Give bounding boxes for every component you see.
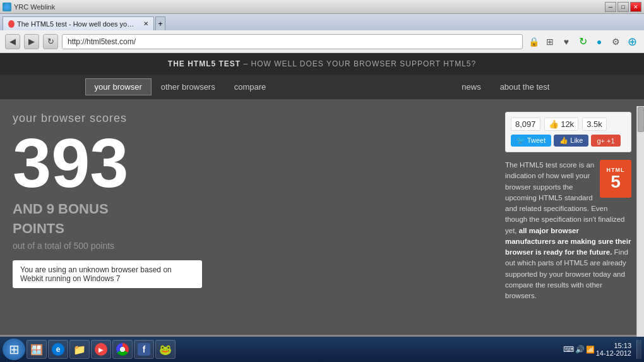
share-count: 8,097 xyxy=(511,118,540,131)
tab-close-button[interactable]: ✕ xyxy=(143,20,148,27)
like-count: 👍 12k xyxy=(544,118,579,131)
gplus-button[interactable]: g+ +1 xyxy=(591,135,620,147)
folder-icon: 📁 xyxy=(73,343,86,356)
lock-icon: 🔒 xyxy=(527,35,540,49)
nav-news[interactable]: news xyxy=(452,78,490,95)
site-nav: your browser other browsers compare news… xyxy=(0,75,644,99)
forward-button[interactable]: ▶ xyxy=(24,34,39,49)
keyboard-icon: ⌨ xyxy=(563,345,574,354)
minimize-button[interactable]: ─ xyxy=(605,2,616,12)
site-header-suffix: – HOW WELL DOES YOUR BROWSER SUPPORT HTM… xyxy=(244,59,477,68)
show-desktop-button[interactable] xyxy=(636,340,641,359)
social-buttons: 🐦 Tweet 👍 Like g+ +1 xyxy=(511,135,626,147)
grid-icon[interactable]: ⊞ xyxy=(543,35,557,49)
score-number: 393 xyxy=(13,128,492,198)
chrome-icon xyxy=(116,343,129,356)
thumbs-icon: 👍 xyxy=(559,136,568,144)
score-panel: your browser scores 393 AND 9 BONUS POIN… xyxy=(13,112,492,322)
toolbar-icons: 🔒 ⊞ ♥ ↻ ● ⚙ ⊕ xyxy=(527,35,639,49)
html5-logo: HTML 5 xyxy=(600,160,631,198)
start-button[interactable]: ⊞ xyxy=(3,339,25,360)
tab-bar: The HTML5 test - How well does your brow… xyxy=(0,14,644,30)
social-counts: 8,097 👍 12k 3.5k xyxy=(511,118,626,131)
refresh-button[interactable]: ↻ xyxy=(43,34,58,49)
taskbar-app-frog[interactable]: 🐸 xyxy=(155,340,176,359)
site-header: THE HTML5 TEST – HOW WELL DOES YOUR BROW… xyxy=(0,53,644,75)
taskbar-app-chrome[interactable] xyxy=(112,340,133,359)
title-bar: YRC Weblink ─ □ ✕ xyxy=(0,0,644,14)
nav-your-browser[interactable]: your browser xyxy=(85,78,152,95)
out-of-label: out of a total of 500 points xyxy=(13,241,492,251)
taskbar-sys-icons: ⌨ 🔊 📶 xyxy=(563,345,595,354)
url-input[interactable] xyxy=(62,34,523,49)
ie-icon: e xyxy=(52,343,64,356)
loading-icon: ↻ xyxy=(576,35,590,49)
media-icon: ▶ xyxy=(95,343,107,356)
taskbar-clock: 15:13 14-12-2012 xyxy=(596,342,635,357)
browser-info-box: You are using an unknown browser based o… xyxy=(13,260,202,288)
settings-icon[interactable]: ⚙ xyxy=(609,35,623,49)
main-content: your browser scores 393 AND 9 BONUS POIN… xyxy=(0,99,644,335)
tweet-icon: 🐦 xyxy=(516,136,525,144)
title-bar-title: YRC Weblink xyxy=(14,3,605,11)
new-tab-button[interactable]: + xyxy=(155,16,165,30)
html5-description: HTML 5 The HTML5 test score is an indica… xyxy=(505,160,631,301)
gplus-icon: g+ xyxy=(597,137,605,145)
html5-logo-num: 5 xyxy=(611,173,621,191)
explorer-icon: 🪟 xyxy=(30,343,43,356)
taskbar-app-facebook[interactable]: f xyxy=(134,340,154,359)
tweet-button[interactable]: 🐦 Tweet xyxy=(511,135,551,147)
network-icon: 📶 xyxy=(586,346,595,354)
taskbar-app-ie[interactable]: e xyxy=(48,340,68,359)
site-header-prefix: THE HTML5 TEST xyxy=(168,59,241,68)
sync-icon: ● xyxy=(592,35,606,49)
plus-icon[interactable]: ⊕ xyxy=(625,35,639,49)
maximize-button[interactable]: □ xyxy=(617,2,629,12)
scrollbar-thumb[interactable] xyxy=(638,107,644,132)
browser-tab[interactable]: The HTML5 test - How well does your brow… xyxy=(3,16,154,30)
score-label: your browser scores xyxy=(13,112,492,125)
social-box: 8,097 👍 12k 3.5k 🐦 Tweet 👍 Like g+ +1 xyxy=(505,112,631,152)
clock-time: 15:13 xyxy=(596,342,631,349)
nav-about-test[interactable]: about the test xyxy=(491,78,559,95)
browser-info-text: You are using an unknown browser based o… xyxy=(20,265,172,283)
frog-icon: 🐸 xyxy=(159,343,172,356)
nav-group-right: news about the test xyxy=(452,78,559,95)
heart-icon: ♥ xyxy=(559,35,573,49)
nav-compare[interactable]: compare xyxy=(225,78,276,95)
bonus-line2: POINTS xyxy=(13,220,492,237)
like-button[interactable]: 👍 Like xyxy=(554,135,588,147)
taskbar-app-files[interactable]: 📁 xyxy=(69,340,90,359)
clock-date: 14-12-2012 xyxy=(596,349,631,357)
close-button[interactable]: ✕ xyxy=(630,2,641,12)
bonus-line1: AND 9 BONUS xyxy=(13,201,492,217)
address-bar: ◀ ▶ ↻ 🔒 ⊞ ♥ ↻ ● ⚙ ⊕ xyxy=(0,30,644,53)
title-bar-icon xyxy=(3,3,11,11)
taskbar-app-media[interactable]: ▶ xyxy=(91,340,111,359)
content-area: THE HTML5 TEST – HOW WELL DOES YOUR BROW… xyxy=(0,53,644,362)
facebook-icon: f xyxy=(138,343,150,356)
back-button[interactable]: ◀ xyxy=(5,34,20,49)
taskbar: ⊞ 🪟 e 📁 ▶ f 🐸 ⌨ 🔊 📶 15:13 14-12-2012 xyxy=(0,337,644,362)
taskbar-app-explorer[interactable]: 🪟 xyxy=(27,340,47,359)
scrollbar[interactable] xyxy=(636,106,644,362)
volume-icon[interactable]: 🔊 xyxy=(575,345,585,354)
tab-favicon xyxy=(8,20,15,28)
nav-other-browsers[interactable]: other browsers xyxy=(152,78,225,95)
title-bar-controls: ─ □ ✕ xyxy=(605,2,641,12)
right-panel: 8,097 👍 12k 3.5k 🐦 Tweet 👍 Like g+ +1 HT… xyxy=(505,112,631,322)
nav-group-left: your browser other browsers compare xyxy=(85,78,276,95)
share-count-2: 3.5k xyxy=(582,118,607,131)
browser-window: YRC Weblink ─ □ ✕ The HTML5 test - How w… xyxy=(0,0,644,362)
tab-label: The HTML5 test - How well does your brow… xyxy=(17,20,137,28)
